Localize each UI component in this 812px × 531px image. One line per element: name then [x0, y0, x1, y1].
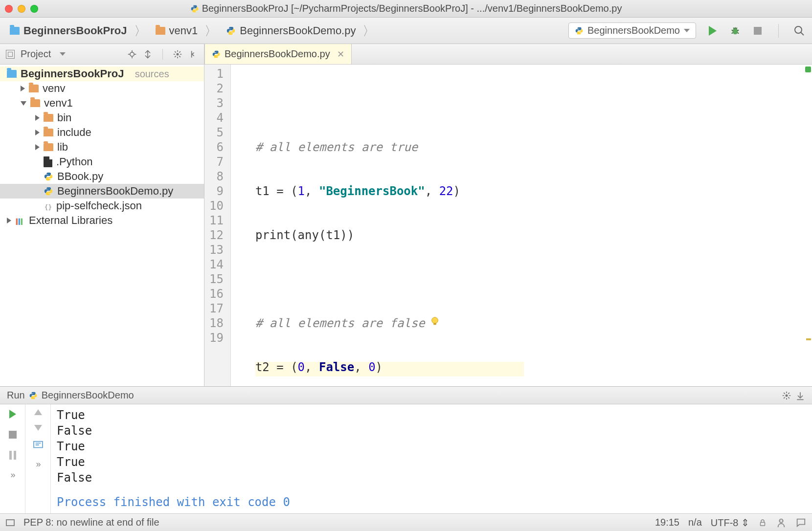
lock-icon[interactable] — [758, 518, 767, 527]
project-tree[interactable]: BeginnersBookProJ sources venvvenv1binin… — [0, 65, 204, 386]
expand-icon[interactable] — [7, 218, 11, 223]
analysis-ok-icon — [805, 66, 811, 72]
folder-icon — [7, 70, 17, 78]
run-config-label: BeginnersBookDemo — [587, 25, 680, 36]
project-root-node[interactable]: BeginnersBookProJ sources — [0, 66, 204, 81]
external-libraries-label: External Libraries — [29, 214, 113, 227]
more-icon[interactable]: » — [36, 459, 40, 469]
tree-node[interactable]: include — [0, 125, 204, 140]
arrow-down-icon[interactable] — [34, 425, 42, 431]
title-bar: BeginnersBookProJ [~/PycharmProjects/Beg… — [0, 0, 812, 18]
rerun-button[interactable] — [7, 408, 19, 420]
run-panel: Run BeginnersBookDemo » » TrueFalseTrueT… — [0, 386, 812, 513]
gear-icon[interactable] — [782, 391, 791, 400]
bug-icon — [730, 25, 741, 36]
editor-tab[interactable]: BeginnersBookDemo.py ✕ — [204, 44, 352, 64]
python-file-icon — [44, 172, 53, 181]
close-tab-icon[interactable]: ✕ — [334, 49, 344, 60]
console-line: True — [57, 439, 806, 454]
editor: BeginnersBookDemo.py ✕ 12345678910111213… — [204, 44, 812, 386]
run-title[interactable]: Run — [7, 390, 25, 401]
folder-icon — [44, 129, 53, 136]
tree-node[interactable]: lib — [0, 140, 204, 155]
svg-point-23 — [782, 520, 783, 521]
intention-bulb-icon[interactable] — [429, 316, 440, 327]
tree-node[interactable]: BBook.py — [0, 169, 204, 184]
svg-rect-13 — [19, 219, 20, 225]
collapse-icon[interactable] — [21, 101, 26, 106]
tree-node-label: venv1 — [44, 97, 73, 110]
more-icon[interactable]: » — [10, 470, 14, 480]
close-window-icon[interactable] — [5, 5, 13, 13]
run-toolbar-nav: » — [25, 404, 51, 513]
breadcrumb-file[interactable]: BeginnersBookDemo.py 〉 — [223, 24, 381, 37]
warning-mark[interactable] — [806, 338, 811, 340]
json-file-icon: {} — [44, 201, 52, 210]
run-button[interactable] — [707, 25, 719, 37]
line-gutter: 12345678910111213141516171819 — [204, 65, 231, 386]
expand-icon[interactable] — [35, 130, 40, 135]
code-line — [255, 272, 524, 287]
debug-button[interactable] — [729, 25, 741, 37]
zoom-window-icon[interactable] — [30, 5, 38, 13]
arrow-up-icon[interactable] — [34, 409, 42, 415]
python-file-icon — [575, 26, 584, 35]
stop-icon — [754, 27, 762, 35]
hector-icon[interactable] — [776, 517, 787, 528]
tree-node[interactable]: .Python — [0, 155, 204, 169]
library-icon — [15, 216, 25, 225]
svg-rect-19 — [34, 442, 43, 448]
project-root-label: BeginnersBookProJ — [21, 67, 124, 80]
tree-node[interactable]: venv — [0, 81, 204, 96]
breadcrumb-mid-label: venv1 — [169, 24, 198, 37]
tree-node-label: include — [57, 126, 91, 139]
expand-icon[interactable] — [21, 86, 25, 91]
tree-node[interactable]: venv1 — [0, 96, 204, 111]
hide-icon[interactable] — [795, 391, 805, 400]
tree-node[interactable]: {}pip-selfcheck.json — [0, 199, 204, 213]
console-line: False — [57, 470, 806, 486]
insert-mode[interactable]: n/a — [688, 517, 702, 528]
expand-icon[interactable] — [35, 144, 40, 150]
run-toolbar-left: » — [0, 404, 25, 513]
spacer — [35, 204, 40, 208]
svg-rect-12 — [16, 219, 18, 225]
folder-icon — [44, 143, 53, 151]
sources-tag: sources — [135, 68, 169, 80]
autoscroll-from-source-icon[interactable] — [143, 49, 153, 59]
feedback-icon[interactable] — [795, 517, 806, 528]
console-output[interactable]: TrueFalseTrueTrueFalse Process finished … — [51, 404, 812, 513]
caret-position[interactable]: 19:15 — [655, 517, 679, 528]
breadcrumb-mid[interactable]: venv1 〉 — [153, 24, 224, 37]
code-area[interactable]: 12345678910111213141516171819 # all elem… — [204, 65, 812, 386]
breadcrumb: BeginnersBookProJ 〉 venv1 〉 BeginnersBoo… — [7, 24, 568, 37]
encoding-selector[interactable]: UTF-8 ⇕ — [711, 517, 749, 529]
external-libraries-node[interactable]: External Libraries — [0, 213, 204, 228]
search-icon — [793, 24, 805, 37]
autoscroll-to-source-icon[interactable] — [127, 49, 137, 59]
soft-wrap-icon[interactable] — [33, 441, 44, 449]
chevron-down-icon[interactable] — [60, 52, 66, 56]
play-icon — [709, 26, 717, 36]
run-config-selector[interactable]: BeginnersBookDemo — [568, 22, 696, 39]
code-line: # all elements are false — [255, 316, 425, 330]
code-content[interactable]: # all elements are true t1 = (1, "Beginn… — [231, 65, 524, 386]
hide-icon[interactable] — [188, 49, 198, 59]
tool-windows-icon[interactable] — [6, 519, 15, 526]
error-stripe[interactable] — [805, 65, 812, 386]
tree-node[interactable]: bin — [0, 111, 204, 125]
run-config-name: BeginnersBookDemo — [42, 390, 134, 401]
spacer — [35, 175, 40, 179]
svg-point-5 — [130, 52, 134, 56]
expand-icon[interactable] — [35, 115, 40, 121]
gear-icon[interactable] — [173, 49, 182, 59]
run-header: Run BeginnersBookDemo — [0, 387, 812, 404]
search-button[interactable] — [793, 25, 805, 37]
svg-point-3 — [795, 26, 802, 33]
minimize-window-icon[interactable] — [18, 5, 25, 13]
spacer — [35, 189, 40, 194]
breadcrumb-root[interactable]: BeginnersBookProJ 〉 — [7, 24, 153, 37]
status-bar: PEP 8: no newline at end of file 19:15 n… — [0, 513, 812, 531]
tree-node[interactable]: BeginnersBookDemo.py — [0, 184, 204, 199]
project-header-label[interactable]: Project — [21, 48, 51, 60]
